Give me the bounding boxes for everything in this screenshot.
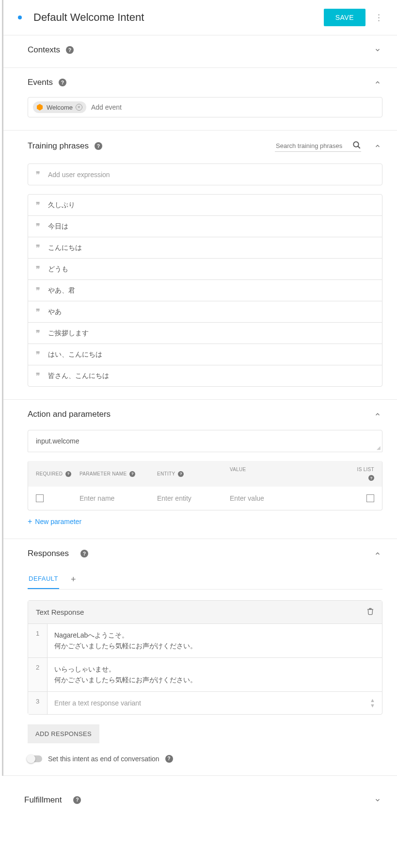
help-icon[interactable]: ? [59,79,66,86]
training-phrase-row[interactable]: ❞やあ [28,301,382,323]
resize-handle-icon[interactable]: ◢ [377,445,381,450]
quote-icon: ❞ [36,350,40,359]
save-button[interactable]: SAVE [324,9,365,26]
response-variant-input[interactable]: Enter a text response variant ▲▼ [48,692,382,714]
response-text[interactable]: いらっしゃいませ。 何かございましたら気軽にお声がけください。 [48,658,382,691]
action-title: Action and parameters [28,409,111,419]
text-response-title: Text Response [36,608,84,616]
events-title: Events [28,78,53,87]
help-icon[interactable]: ? [80,550,88,557]
training-phrase-row[interactable]: ❞どうも [28,259,382,280]
quote-icon: ❞ [36,243,40,252]
col-required: REQUIRED [36,471,63,476]
response-text[interactable]: NagareLabへようこそ。 何かございましたら気軽にお声がけください。 [48,624,382,657]
phrase-text: やあ [48,308,62,316]
responses-title: Responses [28,549,69,558]
col-param-name: PARAMETER NAME [79,471,127,476]
phrase-text: 皆さん、こんにちは [48,372,109,380]
training-phrase-row[interactable]: ❞今日は [28,216,382,237]
chevron-up-icon[interactable] [373,409,382,419]
intent-title[interactable]: Default Welcome Intent [33,11,324,24]
help-icon[interactable]: ? [95,142,102,150]
col-value: VALUE [230,467,246,472]
help-icon[interactable]: ? [165,755,173,763]
response-row[interactable]: 1NagareLabへようこそ。 何かございましたら気軽にお声がけください。 [28,623,382,657]
help-icon[interactable]: ? [178,471,184,477]
phrase-text: 久しぶり [48,201,75,210]
quote-icon: ❞ [36,264,40,274]
hexagon-icon [36,103,44,111]
add-tab-button[interactable]: + [71,574,76,585]
phrase-text: はい、こんにちは [48,350,102,359]
training-phrase-row[interactable]: ❞ご挨拶します [28,323,382,344]
quote-icon: ❞ [36,371,40,380]
phrase-text: 今日は [48,222,68,231]
help-icon[interactable]: ? [129,471,135,477]
end-conversation-toggle[interactable] [28,755,42,762]
add-responses-button[interactable]: ADD RESPONSES [28,724,99,743]
chevron-up-icon[interactable] [373,78,382,87]
phrase-text: こんにちは [48,244,82,252]
search-icon[interactable] [352,141,361,151]
add-expression-input[interactable]: ❞ Add user expression [28,164,382,185]
quote-icon: ❞ [36,286,40,295]
unsaved-indicator [18,16,22,19]
add-expression-placeholder: Add user expression [48,171,110,179]
phrase-text: どうも [48,265,68,274]
training-title: Training phrases [28,141,89,151]
help-icon[interactable]: ? [66,46,74,54]
training-phrase-row[interactable]: ❞はい、こんにちは [28,344,382,365]
value-input[interactable]: Enter value [230,494,264,502]
trash-icon[interactable] [366,607,374,617]
chevron-up-icon[interactable] [373,549,382,558]
help-icon[interactable]: ? [368,475,374,481]
tab-default[interactable]: DEFAULT [28,570,59,589]
quote-icon: ❞ [36,307,40,316]
col-is-list: IS LIST [357,467,374,472]
chevron-down-icon[interactable] [373,45,382,55]
svg-line-2 [358,146,360,148]
chip-remove-icon[interactable]: ✕ [76,104,82,111]
response-row-number: 2 [28,658,48,691]
contexts-title: Contexts [28,45,60,55]
plus-icon: + [28,517,32,526]
phrase-text: ご挨拶します [48,329,89,338]
training-phrase-row[interactable]: ❞やあ、君 [28,280,382,301]
response-row-number: 3 [28,692,48,714]
end-conversation-label: Set this intent as end of conversation [48,755,159,763]
quote-icon: ❞ [36,222,40,231]
phrase-text: やあ、君 [48,286,75,295]
more-menu-icon[interactable] [375,11,382,24]
training-phrase-row[interactable]: ❞久しぶり [28,195,382,216]
new-parameter-button[interactable]: + New parameter [28,517,81,526]
add-event-input[interactable] [91,103,377,111]
event-chip: Welcome ✕ [33,101,86,113]
svg-point-1 [353,142,359,147]
training-phrase-row[interactable]: ❞こんにちは [28,237,382,259]
quote-icon: ❞ [36,170,40,179]
entity-input[interactable]: Enter entity [157,494,191,502]
response-row[interactable]: 2いらっしゃいませ。 何かございましたら気軽にお声がけください。 [28,657,382,691]
help-icon[interactable]: ? [73,796,81,804]
is-list-checkbox[interactable] [366,494,374,502]
col-entity: ENTITY [157,471,175,476]
training-phrase-row[interactable]: ❞皆さん、こんにちは [28,365,382,386]
chevron-up-icon[interactable] [373,141,382,151]
fulfillment-title: Fulfillment [24,795,62,805]
required-checkbox[interactable] [36,494,44,502]
search-training-input[interactable] [275,140,352,151]
help-icon[interactable]: ? [65,471,71,477]
response-row-number: 1 [28,624,48,657]
chevron-down-icon[interactable] [373,795,382,805]
stepper-icon[interactable]: ▲▼ [370,698,375,708]
action-name-input[interactable]: input.welcome ◢ [28,430,382,452]
svg-marker-0 [37,104,43,110]
quote-icon: ❞ [36,200,40,210]
events-field[interactable]: Welcome ✕ [28,97,382,117]
quote-icon: ❞ [36,328,40,338]
param-name-input[interactable]: Enter name [79,494,114,502]
chip-label: Welcome [47,104,73,111]
